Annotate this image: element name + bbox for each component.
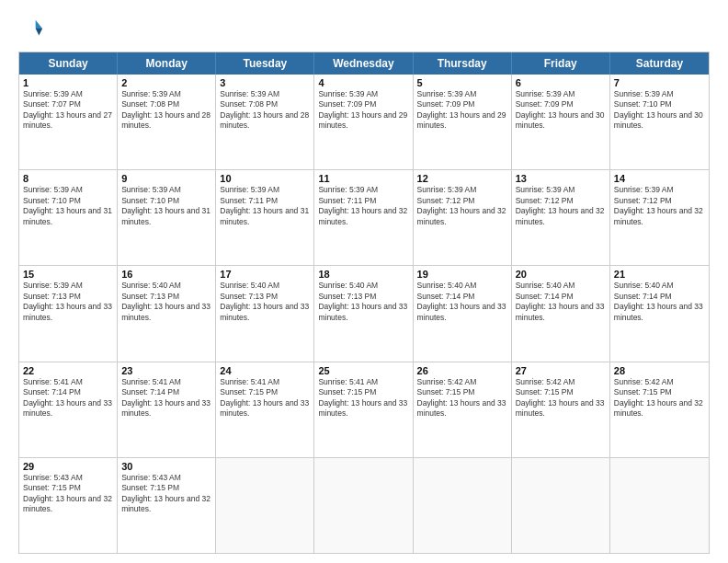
cell-info: Sunrise: 5:41 AM Sunset: 7:15 PM Dayligh… xyxy=(318,377,408,419)
day-number: 13 xyxy=(516,173,606,184)
calendar-cell: 3Sunrise: 5:39 AM Sunset: 7:08 PM Daylig… xyxy=(216,75,314,169)
day-number: 26 xyxy=(417,365,507,376)
calendar-cell: 25Sunrise: 5:41 AM Sunset: 7:15 PM Dayli… xyxy=(314,362,413,457)
day-number: 5 xyxy=(417,77,507,88)
cell-info: Sunrise: 5:39 AM Sunset: 7:07 PM Dayligh… xyxy=(23,89,113,132)
calendar-cell: 23Sunrise: 5:41 AM Sunset: 7:14 PM Dayli… xyxy=(118,362,216,457)
cell-info: Sunrise: 5:40 AM Sunset: 7:14 PM Dayligh… xyxy=(516,281,606,323)
cell-info: Sunrise: 5:43 AM Sunset: 7:15 PM Dayligh… xyxy=(23,473,113,515)
calendar-header: SundayMondayTuesdayWednesdayThursdayFrid… xyxy=(19,52,709,75)
day-number: 27 xyxy=(516,365,606,376)
calendar-cell: 10Sunrise: 5:39 AM Sunset: 7:11 PM Dayli… xyxy=(216,170,314,265)
day-number: 7 xyxy=(614,77,705,88)
day-number: 25 xyxy=(318,365,408,376)
cell-info: Sunrise: 5:42 AM Sunset: 7:15 PM Dayligh… xyxy=(614,377,705,419)
day-number: 20 xyxy=(516,269,606,280)
day-number: 28 xyxy=(614,365,705,376)
day-number: 22 xyxy=(23,365,113,376)
calendar-body: 1Sunrise: 5:39 AM Sunset: 7:07 PM Daylig… xyxy=(19,75,709,553)
calendar-cell: 6Sunrise: 5:39 AM Sunset: 7:09 PM Daylig… xyxy=(512,75,610,169)
cell-info: Sunrise: 5:40 AM Sunset: 7:13 PM Dayligh… xyxy=(318,281,408,323)
cell-info: Sunrise: 5:40 AM Sunset: 7:14 PM Dayligh… xyxy=(417,281,507,323)
day-number: 14 xyxy=(614,173,705,184)
calendar: SundayMondayTuesdayWednesdayThursdayFrid… xyxy=(18,52,710,554)
day-number: 17 xyxy=(220,269,310,280)
calendar-cell: 9Sunrise: 5:39 AM Sunset: 7:10 PM Daylig… xyxy=(118,170,216,265)
calendar-cell: 26Sunrise: 5:42 AM Sunset: 7:15 PM Dayli… xyxy=(414,362,512,457)
calendar-cell: 1Sunrise: 5:39 AM Sunset: 7:07 PM Daylig… xyxy=(19,75,118,169)
calendar-row: 8Sunrise: 5:39 AM Sunset: 7:10 PM Daylig… xyxy=(19,169,709,265)
calendar-cell xyxy=(314,458,413,553)
svg-marker-0 xyxy=(36,20,42,29)
day-number: 8 xyxy=(23,173,113,184)
cell-info: Sunrise: 5:42 AM Sunset: 7:15 PM Dayligh… xyxy=(516,377,606,419)
cell-info: Sunrise: 5:40 AM Sunset: 7:13 PM Dayligh… xyxy=(121,281,211,323)
cell-info: Sunrise: 5:39 AM Sunset: 7:10 PM Dayligh… xyxy=(121,185,211,227)
calendar-cell: 22Sunrise: 5:41 AM Sunset: 7:14 PM Dayli… xyxy=(19,362,118,457)
day-number: 12 xyxy=(417,173,507,184)
cell-info: Sunrise: 5:40 AM Sunset: 7:13 PM Dayligh… xyxy=(220,281,310,323)
calendar-cell: 16Sunrise: 5:40 AM Sunset: 7:13 PM Dayli… xyxy=(118,266,216,361)
calendar-cell xyxy=(512,458,610,553)
cell-info: Sunrise: 5:43 AM Sunset: 7:15 PM Dayligh… xyxy=(121,473,211,515)
cell-info: Sunrise: 5:39 AM Sunset: 7:08 PM Dayligh… xyxy=(220,89,310,132)
cell-info: Sunrise: 5:39 AM Sunset: 7:12 PM Dayligh… xyxy=(614,185,705,227)
svg-marker-1 xyxy=(36,29,42,35)
cell-info: Sunrise: 5:40 AM Sunset: 7:14 PM Dayligh… xyxy=(614,281,705,323)
cell-info: Sunrise: 5:39 AM Sunset: 7:08 PM Dayligh… xyxy=(121,89,211,132)
calendar-cell xyxy=(216,458,314,553)
calendar-cell: 11Sunrise: 5:39 AM Sunset: 7:11 PM Dayli… xyxy=(314,170,413,265)
cell-info: Sunrise: 5:41 AM Sunset: 7:14 PM Dayligh… xyxy=(23,377,113,419)
calendar-header-cell: Tuesday xyxy=(216,52,314,75)
cell-info: Sunrise: 5:42 AM Sunset: 7:15 PM Dayligh… xyxy=(417,377,507,419)
calendar-cell: 2Sunrise: 5:39 AM Sunset: 7:08 PM Daylig… xyxy=(118,75,216,169)
calendar-cell xyxy=(414,458,512,553)
calendar-cell: 17Sunrise: 5:40 AM Sunset: 7:13 PM Dayli… xyxy=(216,266,314,361)
calendar-cell: 24Sunrise: 5:41 AM Sunset: 7:15 PM Dayli… xyxy=(216,362,314,457)
calendar-cell: 13Sunrise: 5:39 AM Sunset: 7:12 PM Dayli… xyxy=(512,170,610,265)
day-number: 4 xyxy=(318,77,408,88)
calendar-cell: 18Sunrise: 5:40 AM Sunset: 7:13 PM Dayli… xyxy=(314,266,413,361)
day-number: 21 xyxy=(614,269,705,280)
cell-info: Sunrise: 5:39 AM Sunset: 7:10 PM Dayligh… xyxy=(614,89,705,132)
calendar-cell: 30Sunrise: 5:43 AM Sunset: 7:15 PM Dayli… xyxy=(118,458,216,553)
cell-info: Sunrise: 5:39 AM Sunset: 7:13 PM Dayligh… xyxy=(23,281,113,323)
calendar-row: 29Sunrise: 5:43 AM Sunset: 7:15 PM Dayli… xyxy=(19,457,709,553)
day-number: 2 xyxy=(121,77,211,88)
calendar-header-cell: Wednesday xyxy=(314,52,413,75)
day-number: 11 xyxy=(318,173,408,184)
cell-info: Sunrise: 5:39 AM Sunset: 7:09 PM Dayligh… xyxy=(318,89,408,132)
header xyxy=(18,17,710,42)
day-number: 9 xyxy=(121,173,211,184)
cell-info: Sunrise: 5:39 AM Sunset: 7:11 PM Dayligh… xyxy=(318,185,408,227)
day-number: 30 xyxy=(121,461,211,472)
calendar-header-cell: Saturday xyxy=(610,52,709,75)
day-number: 19 xyxy=(417,269,507,280)
calendar-cell: 12Sunrise: 5:39 AM Sunset: 7:12 PM Dayli… xyxy=(414,170,512,265)
calendar-cell: 15Sunrise: 5:39 AM Sunset: 7:13 PM Dayli… xyxy=(19,266,118,361)
day-number: 23 xyxy=(121,365,211,376)
calendar-cell: 19Sunrise: 5:40 AM Sunset: 7:14 PM Dayli… xyxy=(414,266,512,361)
calendar-cell: 4Sunrise: 5:39 AM Sunset: 7:09 PM Daylig… xyxy=(314,75,413,169)
calendar-cell: 27Sunrise: 5:42 AM Sunset: 7:15 PM Dayli… xyxy=(512,362,610,457)
calendar-header-cell: Monday xyxy=(118,52,216,75)
day-number: 18 xyxy=(318,269,408,280)
day-number: 1 xyxy=(23,77,113,88)
day-number: 15 xyxy=(23,269,113,280)
logo-icon xyxy=(18,17,44,42)
calendar-cell: 14Sunrise: 5:39 AM Sunset: 7:12 PM Dayli… xyxy=(610,170,709,265)
calendar-header-cell: Thursday xyxy=(414,52,512,75)
calendar-row: 15Sunrise: 5:39 AM Sunset: 7:13 PM Dayli… xyxy=(19,265,709,361)
calendar-header-cell: Sunday xyxy=(19,52,118,75)
calendar-cell: 20Sunrise: 5:40 AM Sunset: 7:14 PM Dayli… xyxy=(512,266,610,361)
calendar-row: 1Sunrise: 5:39 AM Sunset: 7:07 PM Daylig… xyxy=(19,75,709,169)
calendar-cell: 29Sunrise: 5:43 AM Sunset: 7:15 PM Dayli… xyxy=(19,458,118,553)
day-number: 29 xyxy=(23,461,113,472)
day-number: 3 xyxy=(220,77,310,88)
day-number: 6 xyxy=(516,77,606,88)
calendar-cell: 7Sunrise: 5:39 AM Sunset: 7:10 PM Daylig… xyxy=(610,75,709,169)
calendar-cell: 28Sunrise: 5:42 AM Sunset: 7:15 PM Dayli… xyxy=(610,362,709,457)
cell-info: Sunrise: 5:39 AM Sunset: 7:11 PM Dayligh… xyxy=(220,185,310,227)
cell-info: Sunrise: 5:39 AM Sunset: 7:12 PM Dayligh… xyxy=(516,185,606,227)
calendar-cell: 8Sunrise: 5:39 AM Sunset: 7:10 PM Daylig… xyxy=(19,170,118,265)
